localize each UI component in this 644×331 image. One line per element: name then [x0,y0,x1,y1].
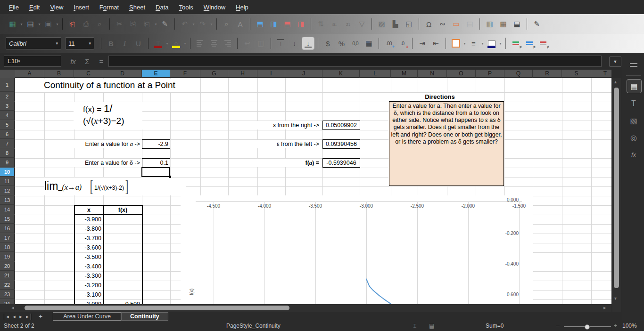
row-header-13[interactable]: 13 [0,196,15,205]
new-spreadsheet-icon[interactable]: ▦ [7,18,18,30]
row-header-6[interactable]: 6 [0,130,15,139]
print-preview-icon[interactable]: ⌕ [94,18,106,30]
column-header-B[interactable]: B [44,70,74,78]
table-row-x[interactable]: -3.100 [74,291,101,298]
headers-footers-icon[interactable]: ▤ [464,18,476,30]
row-header-24[interactable]: 24 [0,299,15,304]
table-row-x[interactable]: -3.200 [74,282,101,289]
formula-input[interactable] [108,56,602,67]
dropdown-caret-icon[interactable]: ▾ [462,41,467,46]
spreadsheet-grid[interactable]: Continuity of a function at a Point f(x)… [15,78,611,304]
menu-item-help[interactable]: Help [231,2,254,13]
column-header-I[interactable]: I [257,70,285,78]
functions-deck-icon[interactable]: fx [627,148,641,161]
autofilter-icon[interactable]: ▽ [356,18,368,30]
name-box[interactable]: E10 ▾ [4,56,61,67]
table-row-x[interactable]: -3.800 [74,226,101,232]
row-header-19[interactable]: 19 [0,252,15,261]
row-header-17[interactable]: 17 [0,234,15,242]
last-sheet-icon[interactable]: ▸ [24,314,31,320]
column-header-F[interactable]: F [170,70,200,78]
special-character-icon[interactable]: Ω [423,18,435,30]
row-header-11[interactable]: 11 [0,177,15,186]
row-header-4[interactable]: 4 [0,111,15,120]
save-icon[interactable]: ▣ [42,18,54,30]
select-all-corner[interactable] [0,70,15,79]
function-wizard-icon[interactable]: fx [66,57,80,65]
zoom-in-icon[interactable]: + [614,323,617,329]
spelling-icon[interactable]: A [234,18,246,30]
column-header-D[interactable]: D [103,70,142,78]
row-header-15[interactable]: 15 [0,215,15,224]
row-header-12[interactable]: 12 [0,186,15,195]
embedded-chart[interactable]: f(x) -4.500-4.000-3.500-3.000-2.500-2.00… [181,195,533,304]
menu-item-window[interactable]: Window [198,2,231,13]
show-draw-functions-icon[interactable]: ✎ [531,18,543,30]
row-header-1[interactable]: 1 [0,78,15,92]
sheet-tab-area-under-curve[interactable]: Area Under Curve [53,312,121,321]
draw-functions-icon[interactable]: ◱ [403,18,415,30]
equals-icon[interactable]: = [94,57,108,65]
menu-item-format[interactable]: Format [94,2,124,13]
scroll-down-icon[interactable]: ▾ [614,296,617,301]
menu-item-tools[interactable]: Tools [174,2,198,13]
column-header-O[interactable]: O [447,70,476,78]
insert-comment-icon[interactable]: ▭ [450,18,462,30]
row-header-14[interactable]: 14 [0,205,15,214]
sidebar-settings-icon[interactable] [627,58,641,72]
increase-indent-icon[interactable]: ⇥ [416,37,428,49]
undo-icon[interactable]: ↶ [179,18,190,30]
row-header-23[interactable]: 23 [0,290,15,299]
borders-icon[interactable] [450,37,462,49]
column-header-G[interactable]: G [200,70,228,78]
font-color-icon[interactable]: T [152,37,164,49]
table-row-x[interactable]: -3.300 [74,273,101,279]
redo-icon[interactable]: ↷ [197,18,208,30]
underline-icon[interactable]: U [132,37,144,49]
selected-cell-E10[interactable] [141,167,170,177]
cell-eps-left[interactable]: 0.09390456 [322,139,360,149]
decrease-indent-icon[interactable]: ⇤ [430,37,442,49]
table-row-x[interactable]: -3.600 [74,244,101,251]
zoom-level[interactable]: 100% [622,323,637,329]
format-number-icon[interactable]: 0,0 [349,37,361,49]
dropdown-caret-icon[interactable]: ▾ [191,22,196,26]
conditional-data-bars-icon[interactable]: ≠ [537,37,549,49]
row-header-7[interactable]: 7 [0,139,15,148]
conditional-color-scale-icon[interactable]: ≠ [523,37,535,49]
insert-hyperlink-icon[interactable]: ∾ [437,18,448,30]
scroll-right-icon[interactable]: ▸ [603,305,606,311]
vertical-scrollbar[interactable]: ▴ ▾ [612,78,621,312]
sum-icon[interactable]: Σ [80,57,94,65]
sheet-tab-continuity[interactable]: Continuity [121,312,168,321]
row-header-5[interactable]: 5 [0,121,15,129]
delete-decimal-place-icon[interactable]: .0x [396,37,408,49]
dropdown-caret-icon[interactable]: ▾ [183,41,187,46]
table-row-x[interactable]: -3.500 [74,254,101,260]
chevron-down-icon[interactable]: ▾ [18,59,20,64]
align-center-icon[interactable] [208,37,220,49]
menu-item-sheet[interactable]: Sheet [124,2,150,13]
dropdown-caret-icon[interactable]: ▾ [209,22,214,26]
align-right-icon[interactable] [222,37,233,49]
gallery-deck-icon[interactable]: ▧ [627,114,641,127]
insert-image-icon[interactable]: ▨ [376,18,388,30]
merge-cells-icon[interactable]: ◫ [255,37,267,49]
sort-ascending-icon[interactable]: a↓ [329,18,340,30]
menu-item-insert[interactable]: Insert [68,2,94,13]
sort-descending-icon[interactable]: z↓ [342,18,354,30]
menu-item-view[interactable]: View [45,2,68,13]
chevron-down-icon[interactable]: ▾ [89,41,91,46]
dropdown-caret-icon[interactable]: ▾ [165,41,169,46]
row-header-16[interactable]: 16 [0,224,15,233]
cut-icon[interactable]: ✂ [114,18,125,30]
column-header-Q[interactable]: Q [504,70,533,78]
column-header-E[interactable]: E [142,70,170,78]
cell-a-value[interactable]: -2.9 [142,139,170,149]
column-header-R[interactable]: R [533,70,562,78]
find-replace-icon[interactable]: ⌕ [221,18,232,30]
background-color-icon[interactable] [486,37,497,49]
row-header-21[interactable]: 21 [0,271,15,280]
align-bottom-icon[interactable]: ↓ [302,37,314,49]
menu-item-data[interactable]: Data [150,2,173,13]
